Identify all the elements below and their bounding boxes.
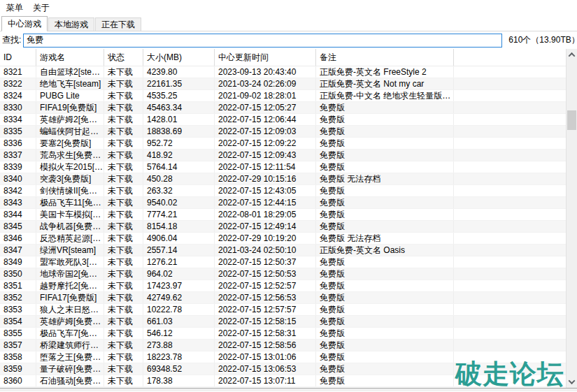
- table-row[interactable]: 8342 剑侠情缘II[免… 未下载 263.32 2022-07-15 12:…: [0, 185, 566, 197]
- cell-id: 8343: [0, 197, 36, 208]
- search-row: 查找: 610个（13.90TB）: [0, 31, 577, 49]
- cell-name: 绝地飞车[steam]: [36, 78, 104, 89]
- column-header-note[interactable]: 备注: [316, 49, 454, 66]
- cell-note: 免费版: [316, 114, 454, 125]
- cell-name: 突袭3[免费版]: [36, 173, 104, 184]
- cell-note: 免费版: [316, 304, 454, 315]
- table-row[interactable]: 8344 美国卡车模拟[… 未下载 7774.21 2022-08-01 18:…: [0, 209, 566, 221]
- cell-name: 极品飞车11[免…: [36, 197, 104, 208]
- table-row[interactable]: 8336 要塞2[免费版] 未下载 952.72 2022-07-15 12:0…: [0, 138, 566, 150]
- cell-status: 未下载: [104, 351, 143, 363]
- cell-status: 未下载: [104, 102, 143, 113]
- scroll-down-button[interactable]: [567, 376, 577, 388]
- cell-note: 免费版: [316, 268, 454, 280]
- column-header-updated[interactable]: 中心更新时间: [215, 49, 316, 66]
- cell-id: 8345: [0, 221, 36, 232]
- cell-note: 正版免费-英文名 Not my car: [316, 78, 454, 89]
- cell-size: 8154.18: [143, 221, 215, 232]
- cell-status: 未下载: [104, 245, 143, 256]
- cell-filler: [454, 316, 566, 327]
- cell-name: 反恐精英起源[…: [36, 233, 104, 244]
- cell-updated: 2022-07-29 10:15:16: [215, 173, 316, 184]
- cell-id: 8339: [0, 161, 36, 173]
- table-row[interactable]: 8321 自由篮球2[ste… 未下载 4239.80 2023-09-13 2…: [0, 66, 566, 78]
- cell-updated: 2022-07-15 13:07:11: [215, 375, 316, 386]
- menu-item-about[interactable]: 关于: [28, 0, 55, 16]
- table-row[interactable]: 8345 战争机器[免费… 未下载 8154.18 2022-07-15 12:…: [0, 221, 566, 233]
- cell-note: 免费版: [316, 316, 454, 327]
- cell-id: 8336: [0, 138, 36, 149]
- table-row[interactable]: 8347 绿洲VR[steam] 未下载 2557.14 2021-03-24 …: [0, 245, 566, 256]
- cell-id: 8340: [0, 173, 36, 184]
- cell-status: 未下载: [104, 78, 143, 89]
- table-row[interactable]: 8358 堕落之王[免费… 未下载 18223.78 2022-07-15 13…: [0, 351, 566, 363]
- table-row[interactable]: 8343 极品飞车11[免… 未下载 9540.02 2022-07-15 12…: [0, 197, 566, 209]
- table-row[interactable]: 8334 英雄萨姆2[免… 未下载 1428.01 2022-07-15 12:…: [0, 114, 566, 126]
- cell-note: 免费版: [316, 256, 454, 268]
- table-row[interactable]: 8352 FIFA17[免费版] 未下载 42749.62 2022-07-15…: [0, 292, 566, 304]
- table-row[interactable]: 8335 蝙蝠侠阿甘起… 未下载 18838.69 2022-07-15 12:…: [0, 126, 566, 138]
- cell-status: 未下载: [104, 233, 143, 244]
- cell-name: 盟军敢死队3[…: [36, 256, 104, 268]
- game-list: ID 游戏名 状态 大小(MB) 中心更新时间 备注 8321 自由篮球2[st…: [0, 49, 577, 389]
- cell-id: 8344: [0, 209, 36, 220]
- tab-center-games[interactable]: 中心游戏: [1, 16, 48, 31]
- table-row[interactable]: 8359 量子破碎[免费… 未下载 69348.52 2022-07-15 13…: [0, 363, 566, 375]
- cell-updated: 2022-07-15 12:57:57: [215, 304, 316, 315]
- table-row[interactable]: 8350 地球帝国2[免… 未下载 964.02 2022-07-15 12:5…: [0, 268, 566, 280]
- table-row[interactable]: 8322 绝地飞车[steam] 未下载 22161.35 2021-03-24…: [0, 78, 566, 90]
- table-row[interactable]: 8339 模拟火车2015[… 未下载 5764.14 2022-07-15 1…: [0, 161, 566, 173]
- cell-filler: [454, 340, 566, 351]
- cell-name: 堕落之王[免费…: [36, 351, 104, 363]
- cell-size: 1276.21: [143, 256, 215, 268]
- table-row[interactable]: 8330 FIFA19[免费版] 未下载 45463.34 2022-07-15…: [0, 102, 566, 114]
- cell-id: 8330: [0, 102, 36, 113]
- cell-name: PUBG Lite: [36, 90, 104, 101]
- cell-updated: 2022-07-15 12:06:44: [215, 114, 316, 125]
- table-row[interactable]: 8337 荒岛求生[免费… 未下载 418.92 2022-07-15 12:0…: [0, 150, 566, 161]
- table-row[interactable]: 8357 桥梁建筑师行… 未下载 273.88 2022-07-15 12:58…: [0, 340, 566, 351]
- column-header-size[interactable]: 大小(MB): [143, 49, 215, 66]
- cell-updated: 2022-07-15 12:58:15: [215, 316, 316, 327]
- vertical-scrollbar[interactable]: [566, 49, 577, 388]
- cell-name: 石油骚动[免费…: [36, 375, 104, 386]
- table-row[interactable]: 8346 反恐精英起源[… 未下载 4906.04 2022-07-29 10:…: [0, 233, 566, 245]
- cell-name: 英雄萨姆2[免…: [36, 114, 104, 125]
- cell-size: 10222.78: [143, 304, 215, 315]
- cell-status: 未下载: [104, 304, 143, 315]
- menu-item-menu[interactable]: 菜单: [1, 0, 28, 16]
- column-header-name[interactable]: 游戏名: [36, 49, 104, 66]
- cell-size: 2557.14: [143, 245, 215, 256]
- cell-note: 免费版: [316, 340, 454, 351]
- cell-status: 未下载: [104, 185, 143, 196]
- scrollbar-thumb[interactable]: [567, 110, 576, 130]
- cell-name: 自由篮球2[ste…: [36, 66, 104, 78]
- column-header-id[interactable]: ID: [0, 49, 36, 66]
- table-row[interactable]: 8349 盟军敢死队3[… 未下载 1276.21 2022-07-15 12:…: [0, 256, 566, 268]
- cell-filler: [454, 66, 566, 78]
- tab-local-games[interactable]: 本地游戏: [48, 17, 94, 31]
- scroll-up-button[interactable]: [567, 49, 577, 61]
- cell-filler: [454, 328, 566, 339]
- table-row[interactable]: 8355 极品飞车7[免… 未下载 546.12 2022-07-15 12:5…: [0, 328, 566, 340]
- table-row[interactable]: 8354 英雄萨姆[免费… 未下载 661.03 2022-07-15 12:5…: [0, 316, 566, 328]
- table-row[interactable]: 8353 狼人之末日怒… 未下载 10222.78 2022-07-15 12:…: [0, 304, 566, 316]
- cell-id: 8346: [0, 233, 36, 244]
- chevron-up-icon: [569, 52, 576, 59]
- tab-bar: 中心游戏 本地游戏 正在下载: [0, 16, 577, 31]
- cell-id: 8355: [0, 328, 36, 339]
- search-input[interactable]: [23, 34, 502, 48]
- column-header-status[interactable]: 状态: [104, 49, 143, 66]
- cell-size: 450.28: [143, 173, 215, 184]
- cell-filler: [454, 292, 566, 303]
- cell-status: 未下载: [104, 126, 143, 137]
- table-row[interactable]: 8324 PUBG Lite 未下载 4535.25 2021-09-02 18…: [0, 90, 566, 102]
- cell-updated: 2022-07-15 12:58:31: [215, 328, 316, 339]
- table-row[interactable]: 8360 石油骚动[免费… 未下载 178.38 2022-07-15 13:0…: [0, 375, 566, 387]
- cell-size: 17423.97: [143, 280, 215, 291]
- cell-size: 42749.62: [143, 292, 215, 303]
- tab-downloading[interactable]: 正在下载: [95, 17, 141, 31]
- table-row[interactable]: 8351 越野摩托2[免… 未下载 17423.97 2022-07-15 12…: [0, 280, 566, 292]
- cell-filler: [454, 197, 566, 208]
- table-row[interactable]: 8340 突袭3[免费版] 未下载 450.28 2022-07-29 10:1…: [0, 173, 566, 185]
